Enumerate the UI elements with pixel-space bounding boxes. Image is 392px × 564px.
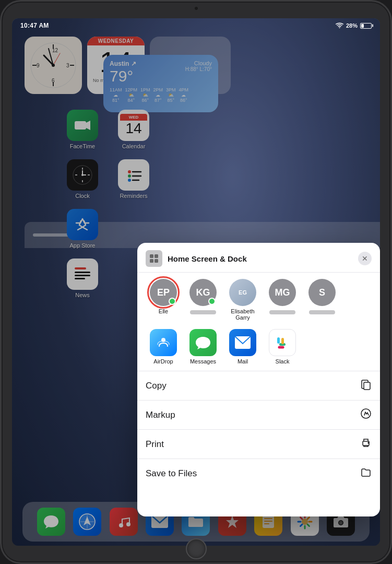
share-close-button[interactable]: ✕ <box>358 252 372 265</box>
svg-rect-38 <box>155 259 158 263</box>
mail-share-label: Mail <box>237 358 248 365</box>
messages-svg <box>195 335 211 350</box>
status-time: 10:47 AM <box>20 22 49 29</box>
mail-svg <box>234 336 251 349</box>
share-sheet: Home Screen & Dock ✕ EP Elle <box>137 243 380 516</box>
share-sheet-title: Home Screen & Dock <box>168 254 247 263</box>
home-button[interactable] <box>186 538 207 559</box>
contact-elle-name: Elle <box>159 308 168 314</box>
mail-share-icon <box>229 329 256 356</box>
contacts-row: EP Elle KG EG <box>137 273 380 327</box>
avatar-ep: EP <box>150 279 177 306</box>
status-bar: 10:47 AM 28% <box>12 18 380 33</box>
share-apps-row: AirDrop Messages <box>137 327 380 371</box>
contact-s-blur <box>309 310 335 314</box>
svg-rect-44 <box>281 338 284 344</box>
avatar-kg: KG <box>189 279 217 306</box>
svg-point-48 <box>368 442 369 443</box>
avatar-ep-initials: EP <box>157 287 170 298</box>
share-mail[interactable]: Mail <box>225 329 260 365</box>
share-messages[interactable]: Messages <box>185 329 221 365</box>
airdrop-label: AirDrop <box>153 358 173 365</box>
share-slack[interactable]: Slack <box>265 329 300 365</box>
avatar-mg-initials: MG <box>275 287 290 298</box>
airdrop-svg <box>156 335 171 350</box>
svg-rect-41 <box>278 346 284 349</box>
markup-label: Markup <box>146 410 360 420</box>
save-files-label: Save to Files <box>146 468 360 479</box>
contact-mg-blur <box>269 310 295 314</box>
svg-rect-45 <box>364 382 370 390</box>
share-header: Home Screen & Dock ✕ <box>137 243 380 273</box>
action-save-files[interactable]: Save to Files <box>137 459 380 488</box>
print-label: Print <box>146 439 360 450</box>
wifi-icon <box>336 22 343 29</box>
contact-elle[interactable]: EP Elle <box>146 279 181 321</box>
ipad-screen: 10:47 AM 28% <box>12 18 380 546</box>
front-camera <box>195 7 198 10</box>
save-files-icon <box>360 466 372 480</box>
close-icon: ✕ <box>362 254 368 263</box>
markup-icon <box>360 408 372 422</box>
svg-rect-37 <box>150 259 153 263</box>
slack-share-icon <box>269 329 296 356</box>
avatar-kg-initials: KG <box>196 287 210 298</box>
svg-rect-36 <box>155 254 158 258</box>
ipad-frame: 10:47 AM 28% <box>0 0 392 564</box>
action-print[interactable]: Print <box>137 430 380 459</box>
action-markup[interactable]: Markup <box>137 401 380 430</box>
copy-icon <box>360 379 372 393</box>
avatar-s-initial: S <box>319 287 325 298</box>
contact-kg[interactable]: KG <box>185 279 221 321</box>
battery-icon <box>360 23 372 29</box>
contact-kg-blur <box>190 310 216 314</box>
messages-share-label: Messages <box>190 358 216 365</box>
svg-rect-42 <box>277 337 280 344</box>
slack-share-label: Slack <box>276 358 290 365</box>
status-icons: 28% <box>336 22 372 29</box>
print-icon <box>360 437 372 451</box>
battery-fill <box>361 24 364 28</box>
share-airdrop[interactable]: AirDrop <box>146 329 181 365</box>
contact-elisabeth[interactable]: EG ElisabethGarry <box>225 279 260 321</box>
copy-label: Copy <box>146 381 360 391</box>
share-header-icon <box>146 250 162 267</box>
action-copy[interactable]: Copy <box>137 371 380 401</box>
avatar-s: S <box>308 279 336 306</box>
svg-rect-35 <box>150 254 153 258</box>
online-indicator-ep <box>169 298 176 305</box>
online-indicator-kg <box>208 298 216 305</box>
battery-percent: 28% <box>346 22 358 29</box>
airdrop-icon <box>150 329 177 356</box>
messages-share-icon <box>189 329 217 356</box>
avatar-mg: MG <box>269 279 296 306</box>
contact-mg[interactable]: MG <box>265 279 300 321</box>
avatar-elisabeth: EG <box>229 279 256 306</box>
contact-s[interactable]: S <box>304 279 340 321</box>
contact-elisabeth-name: ElisabethGarry <box>231 308 254 321</box>
slack-svg <box>274 334 291 351</box>
home-screen-icon <box>149 253 159 264</box>
